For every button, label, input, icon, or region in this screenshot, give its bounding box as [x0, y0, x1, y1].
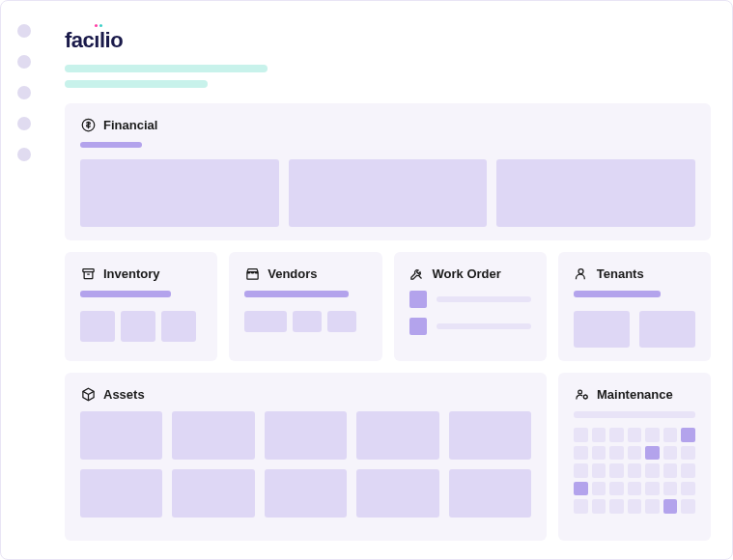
archive-icon	[80, 266, 96, 281]
calendar-cell[interactable]	[645, 446, 660, 461]
placeholder-bar	[574, 411, 695, 418]
asset-widget[interactable]	[265, 469, 347, 518]
calendar-cell[interactable]	[628, 463, 642, 478]
calendar-cell[interactable]	[663, 499, 678, 514]
svg-point-2	[578, 268, 583, 273]
nav-dot[interactable]	[17, 55, 31, 69]
calendar-cell[interactable]	[645, 499, 660, 514]
asset-widget[interactable]	[172, 469, 254, 518]
placeholder-line	[437, 323, 531, 329]
calendar-cell[interactable]	[628, 446, 642, 461]
calendar-cell[interactable]	[645, 482, 660, 496]
asset-widget[interactable]	[172, 411, 254, 460]
asset-widget[interactable]	[80, 469, 162, 518]
work-order-title: Work Order	[433, 266, 501, 281]
calendar-cell[interactable]	[609, 463, 624, 478]
calendar-cell[interactable]	[574, 446, 588, 461]
placeholder-bar	[574, 291, 661, 297]
calendar-cell[interactable]	[645, 463, 660, 478]
calendar-cell[interactable]	[592, 463, 606, 478]
inventory-title: Inventory	[103, 266, 160, 281]
sidebar	[1, 1, 47, 559]
calendar-cell[interactable]	[609, 499, 624, 514]
calendar-cell[interactable]	[609, 482, 624, 496]
calendar-cell[interactable]	[681, 499, 695, 514]
calendar-cell[interactable]	[574, 499, 588, 514]
tenants-title: Tenants	[597, 266, 644, 281]
storefront-icon	[244, 266, 260, 281]
tenants-widget[interactable]	[574, 311, 630, 348]
asset-widget[interactable]	[265, 411, 347, 460]
vendors-widget[interactable]	[327, 311, 356, 332]
nav-dot[interactable]	[17, 148, 31, 161]
calendar-cell[interactable]	[681, 463, 695, 478]
asset-widget[interactable]	[356, 411, 438, 460]
calendar-cell[interactable]	[628, 428, 642, 442]
logo: facılio	[65, 28, 711, 53]
financial-card[interactable]: Financial	[65, 103, 711, 240]
wo-checkbox[interactable]	[409, 291, 427, 308]
header-placeholder	[65, 65, 711, 88]
work-order-card[interactable]: Work Order	[394, 252, 547, 361]
nav-dot[interactable]	[17, 24, 31, 38]
nav-dot[interactable]	[17, 86, 31, 99]
assets-title: Assets	[103, 387, 145, 402]
placeholder-bar	[244, 291, 349, 297]
placeholder-line	[437, 296, 531, 302]
calendar-cell[interactable]	[574, 428, 588, 442]
financial-title: Financial	[103, 118, 157, 132]
calendar-cell[interactable]	[681, 446, 695, 461]
calendar-cell[interactable]	[681, 482, 695, 496]
calendar-cell[interactable]	[592, 499, 606, 514]
financial-widget[interactable]	[80, 159, 279, 227]
financial-widget[interactable]	[496, 159, 695, 227]
calendar-cell[interactable]	[663, 482, 678, 496]
tenants-card[interactable]: Tenants	[558, 252, 711, 361]
maintenance-card[interactable]: Maintenance	[558, 373, 711, 541]
calendar-cell[interactable]	[592, 446, 606, 461]
work-order-item[interactable]	[409, 291, 531, 308]
calendar-cell[interactable]	[609, 428, 624, 442]
inventory-widget[interactable]	[121, 311, 155, 342]
calendar-cell[interactable]	[628, 499, 642, 514]
work-order-item[interactable]	[409, 318, 531, 335]
asset-widget[interactable]	[449, 469, 531, 518]
inventory-widget[interactable]	[80, 311, 115, 342]
vendors-title: Vendors	[268, 266, 317, 281]
vendors-widget[interactable]	[293, 311, 322, 332]
inventory-card[interactable]: Inventory	[65, 252, 217, 361]
main-content: facılio Financial Inventory	[47, 1, 732, 559]
person-icon	[574, 266, 589, 281]
financial-widget[interactable]	[289, 159, 488, 227]
logo-text-after: lio	[99, 28, 123, 53]
calendar-cell[interactable]	[592, 482, 606, 496]
asset-widget[interactable]	[80, 411, 162, 460]
dollar-circle-icon	[80, 117, 96, 132]
calendar-cell[interactable]	[663, 463, 678, 478]
calendar-cell[interactable]	[574, 463, 588, 478]
calendar-cell[interactable]	[592, 428, 606, 442]
vendors-widget[interactable]	[244, 311, 287, 332]
placeholder-bar	[65, 80, 208, 88]
wo-checkbox[interactable]	[409, 318, 427, 335]
calendar-cell[interactable]	[663, 428, 678, 442]
inventory-widget[interactable]	[161, 311, 196, 342]
placeholder-bar	[80, 142, 142, 148]
asset-widget[interactable]	[449, 411, 531, 460]
calendar-cell[interactable]	[681, 428, 695, 442]
calendar-cell[interactable]	[645, 428, 660, 442]
placeholder-bar	[65, 65, 268, 72]
maintenance-calendar[interactable]	[574, 428, 695, 514]
svg-point-3	[578, 390, 581, 394]
maintenance-icon	[574, 386, 589, 402]
asset-widget[interactable]	[356, 469, 438, 518]
vendors-card[interactable]: Vendors	[229, 252, 381, 361]
placeholder-bar	[80, 291, 171, 297]
nav-dot[interactable]	[17, 117, 31, 130]
assets-card[interactable]: Assets	[65, 373, 547, 541]
tenants-widget[interactable]	[639, 311, 695, 348]
calendar-cell[interactable]	[628, 482, 642, 496]
calendar-cell[interactable]	[609, 446, 624, 461]
calendar-cell[interactable]	[574, 482, 588, 496]
calendar-cell[interactable]	[663, 446, 678, 461]
